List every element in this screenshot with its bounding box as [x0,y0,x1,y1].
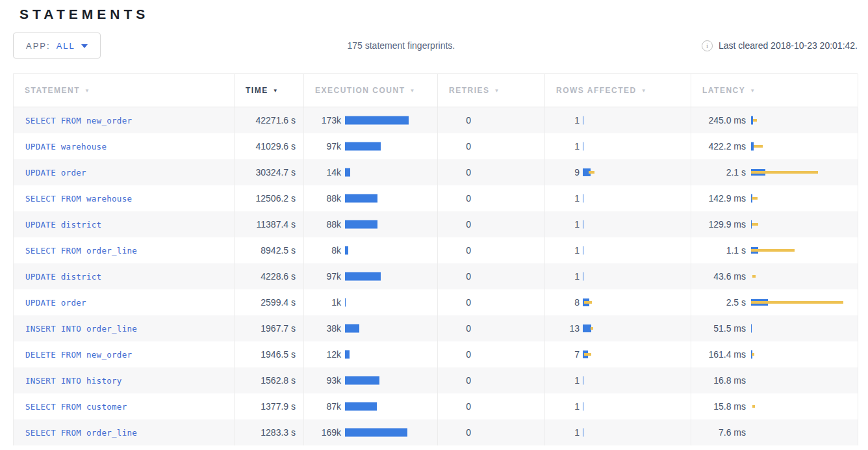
execution-count-value: 38k [304,323,341,334]
statement-link[interactable]: UPDATE district [25,220,101,230]
stddev-line [751,171,818,174]
execution-count-value: 8k [304,245,341,256]
execution-count-cell: 14k [304,159,438,185]
execution-count-bar [345,219,435,230]
statement-link[interactable]: UPDATE order [25,168,86,178]
rows-affected-value: 8 [545,297,580,308]
stddev-line [751,249,795,252]
latency-cell: 142.9 ms [691,185,858,211]
stddev-line [753,119,757,122]
statement-link[interactable]: UPDATE warehouse [25,142,107,152]
statement-link[interactable]: INSERT INTO order_line [25,324,137,334]
rows-affected-bar [583,245,687,256]
execution-count-value: 1k [304,297,341,308]
latency-cell: 2.1 s [691,159,858,185]
column-header-execution-count[interactable]: EXECUTION COUNT ▼ [304,74,438,107]
table-row: UPDATE district 11387.4 s 88k 0 1 129.9 … [14,211,858,237]
statement-link[interactable]: SELECT FROM order_line [25,246,137,256]
stddev-line [752,223,758,226]
rows-affected-bar [583,141,687,152]
latency-value: 43.6 ms [691,271,746,282]
table-row: INSERT INTO history 1562.8 s 93k 0 1 16.… [14,367,858,393]
latency-cell: 1.1 s [691,237,858,263]
execution-count-bar [345,349,435,360]
time-value: 4228.6 s [261,271,296,282]
statement-cell: INSERT INTO history [14,367,235,393]
stddev-line [752,197,758,200]
statement-cell: SELECT FROM order_line [14,419,235,445]
retries-cell: 0 [438,185,545,211]
time-cell: 8942.5 s [235,237,304,263]
column-header-time[interactable]: TIME ▼ [235,74,304,107]
app-filter-dropdown[interactable]: APP: ALL [13,33,101,59]
statement-link[interactable]: INSERT INTO history [25,376,122,386]
execution-count-bar [345,193,435,204]
column-header-rows-affected[interactable]: ROWS AFFECTED ▼ [545,74,691,107]
sort-descending-icon: ▼ [494,88,500,94]
latency-bar [751,427,854,438]
statement-link[interactable]: SELECT FROM new_order [25,116,132,126]
execution-count-value: 12k [304,349,341,360]
table-row: UPDATE order 2599.4 s 1k 0 8 2.5 s [14,289,858,315]
rows-affected-value: 1 [545,375,580,386]
retries-value: 0 [438,401,471,412]
time-value: 1283.3 s [261,427,296,438]
mean-bar [345,351,350,359]
toolbar: APP: ALL 175 statement fingerprints. Las… [13,33,858,59]
mean-bar [345,429,407,437]
statement-link[interactable]: SELECT FROM customer [25,402,127,412]
rows-affected-cell: 1 [545,237,691,263]
time-value: 2599.4 s [261,297,296,308]
column-header-latency[interactable]: LATENCY ▼ [691,74,858,107]
time-cell: 42271.6 s [235,107,304,133]
latency-value: 2.1 s [691,167,746,178]
column-header-retries[interactable]: RETRIES ▼ [438,74,545,107]
mean-bar [345,194,377,203]
latency-bar [751,349,854,360]
table-body: SELECT FROM new_order 42271.6 s 173k 0 1… [13,107,858,445]
statement-cell: SELECT FROM warehouse [14,185,235,211]
latency-bar [751,193,854,204]
execution-count-value: 87k [304,401,341,412]
retries-cell: 0 [438,393,545,419]
retries-value: 0 [438,141,471,152]
statement-link[interactable]: SELECT FROM warehouse [25,194,132,204]
mean-bar [345,272,381,281]
statement-link[interactable]: DELETE FROM new_order [25,350,132,360]
statement-cell: SELECT FROM order_line [14,237,235,263]
latency-value: 1.1 s [691,245,746,256]
latency-value: 129.9 ms [691,219,746,230]
retries-value: 0 [438,297,471,308]
mean-bar [345,324,359,333]
execution-count-cell: 1k [304,289,438,315]
statement-link[interactable]: SELECT FROM order_line [25,428,137,438]
rows-affected-bar [583,271,687,282]
info-icon[interactable] [702,40,713,51]
latency-value: 51.5 ms [691,323,746,334]
stddev-line [591,327,593,330]
statement-cell: INSERT INTO order_line [14,315,235,341]
rows-affected-value: 7 [545,349,580,360]
latency-bar [751,115,854,126]
rows-affected-bar [583,349,687,360]
time-value: 1562.8 s [261,375,296,386]
time-value: 1377.9 s [261,401,296,412]
mean-bar [345,246,348,255]
stddev-line [754,145,763,148]
mean-bar [751,324,752,333]
statement-link[interactable]: UPDATE district [25,272,101,282]
mean-bar [583,194,583,203]
execution-count-cell: 8k [304,237,438,263]
retries-cell: 0 [438,289,545,315]
stddev-line [752,353,754,356]
rows-affected-bar [583,219,687,230]
execution-count-bar [345,323,435,334]
statement-link[interactable]: UPDATE order [25,298,86,308]
chevron-down-icon [81,44,88,48]
column-header-statement[interactable]: STATEMENT ▼ [14,74,235,107]
latency-bar [751,401,854,412]
table-row: SELECT FROM order_line 1283.3 s 169k 0 1… [14,419,858,445]
mean-bar [345,377,379,385]
latency-bar [751,245,854,256]
statement-cell: DELETE FROM new_order [14,341,235,367]
